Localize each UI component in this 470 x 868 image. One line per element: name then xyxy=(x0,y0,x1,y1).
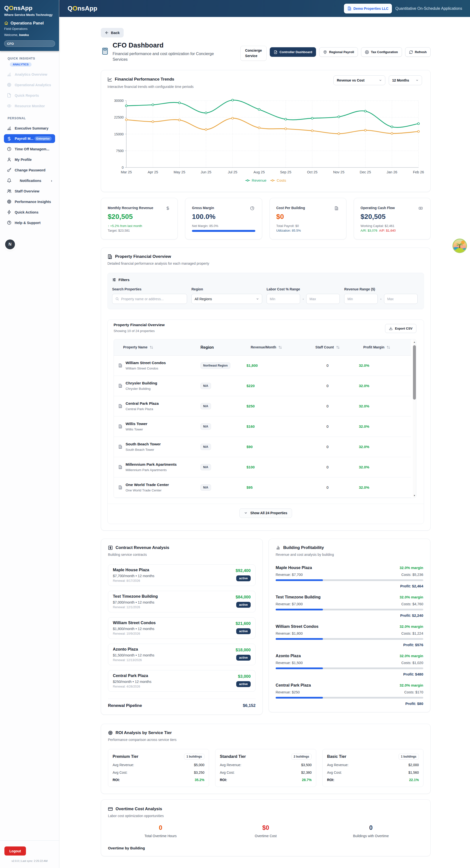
svg-text:Jan 26: Jan 26 xyxy=(386,170,397,174)
svg-text:Mar 25: Mar 25 xyxy=(121,170,132,174)
svg-text:May 25: May 25 xyxy=(174,170,185,174)
svg-text:22500: 22500 xyxy=(114,116,124,120)
svg-text:Feb 26: Feb 26 xyxy=(413,170,424,174)
svg-text:Dec 25: Dec 25 xyxy=(360,170,371,174)
svg-text:Aug 25: Aug 25 xyxy=(254,170,265,174)
svg-text:Sep 25: Sep 25 xyxy=(280,170,291,174)
svg-text:7500: 7500 xyxy=(116,149,124,153)
svg-text:0: 0 xyxy=(122,165,124,169)
svg-text:15000: 15000 xyxy=(114,132,124,136)
svg-text:Jun 25: Jun 25 xyxy=(201,170,212,174)
svg-text:Nov 25: Nov 25 xyxy=(333,170,344,174)
svg-text:Oct 25: Oct 25 xyxy=(307,170,317,174)
svg-text:30000: 30000 xyxy=(114,99,124,102)
svg-text:Apr 25: Apr 25 xyxy=(148,170,158,174)
svg-text:Jul 25: Jul 25 xyxy=(228,170,238,174)
